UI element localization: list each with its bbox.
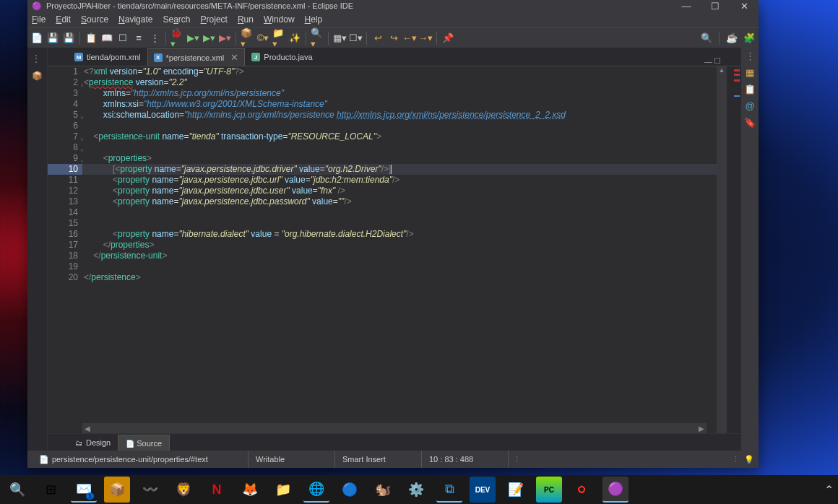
files-icon[interactable]: 📁 (270, 477, 296, 503)
java-icon: J (251, 53, 260, 61)
search-icon[interactable]: 🔍 (4, 477, 30, 503)
writable-status: Writable (256, 455, 285, 464)
opera-icon[interactable]: ⭘ (569, 477, 595, 503)
scroll-right-icon[interactable]: ▶ (696, 423, 707, 434)
tip-icon[interactable]: 💡 (744, 455, 754, 464)
bookmark-icon[interactable]: 🔖 (744, 117, 756, 128)
outline-icon[interactable]: ▦ (746, 67, 754, 78)
overview-ruler[interactable] (727, 66, 741, 433)
vscode-icon[interactable]: ⧉ (436, 477, 462, 503)
tool-2-icon[interactable]: 📖 (100, 32, 113, 45)
new-folder-icon[interactable]: 📁▾ (272, 32, 285, 45)
toggle-icon[interactable]: ☐▾ (349, 32, 362, 45)
task-view-icon[interactable]: ⊞ (38, 477, 64, 503)
eclipse-window: 🟣 ProyectoJPAHiber - tienda/src/main/res… (27, 0, 759, 468)
ext-run-icon[interactable]: ▶▾ (218, 32, 231, 45)
menu-navigate[interactable]: Navigate (118, 14, 152, 25)
netflix-icon[interactable]: N (204, 477, 230, 503)
title-bar[interactable]: 🟣 ProyectoJPAHiber - tienda/src/main/res… (27, 0, 759, 12)
line-ruler[interactable]: 1 ✕2⊖ 3 4 ✕5⊖ 6 7⊖ 8⊖ 9⊖ 10 11 12 13 14 … (48, 66, 82, 433)
app-3-icon[interactable]: ⚙️ (403, 477, 429, 503)
close-button[interactable]: ✕ (734, 1, 754, 12)
mail-icon[interactable]: ✉️1 (71, 477, 97, 503)
dbeaver-icon[interactable]: 🐿️ (370, 477, 396, 503)
error-mark[interactable] (734, 69, 740, 71)
file-icon: 📄 (39, 455, 49, 464)
tool-4-icon[interactable]: ≡ (132, 32, 145, 45)
menu-project[interactable]: Project (201, 14, 228, 25)
minimize-trim-icon[interactable]: ⋮ (746, 51, 755, 61)
breadcrumb[interactable]: persistence/persistence-unit/properties/… (52, 455, 208, 464)
perspective-debug-icon[interactable]: 🧩 (743, 32, 756, 45)
insert-mode: Smart Insert (342, 455, 386, 464)
tray-expand-icon[interactable]: ⌃ (824, 483, 834, 497)
menu-search[interactable]: Search (163, 14, 190, 25)
maximize-button[interactable]: ☐ (705, 1, 725, 12)
status-handle-icon[interactable]: ⋮ (513, 455, 521, 464)
minimize-editor-icon[interactable]: — (704, 57, 712, 66)
nav-fwd-alt-icon[interactable]: ↪ (387, 32, 400, 45)
tool-5-icon[interactable]: ⋮ (148, 32, 161, 45)
notepad-icon[interactable]: 📝 (503, 477, 529, 503)
save-all-icon[interactable]: 💾 (62, 32, 75, 45)
quick-access-icon[interactable]: 🔍 (700, 32, 713, 45)
brave-icon[interactable]: 🦁 (170, 477, 196, 503)
run-icon[interactable]: ▶▾ (186, 32, 199, 45)
nav-back-icon[interactable]: ←▾ (403, 32, 416, 45)
pycharm-icon[interactable]: PC (536, 477, 562, 503)
perspective-java-icon[interactable]: ☕ (725, 32, 738, 45)
error-mark[interactable] (734, 79, 740, 82)
horizontal-scrollbar[interactable]: ◀ ▶ (82, 423, 707, 433)
layout-icon[interactable]: ▦▾ (333, 32, 346, 45)
nav-fwd-icon[interactable]: →▾ (419, 32, 432, 45)
tree-icon: 🗂 (75, 439, 82, 446)
menu-source[interactable]: Source (81, 14, 108, 25)
nav-back-alt-icon[interactable]: ↩ (371, 32, 384, 45)
dev-icon[interactable]: DEV (470, 477, 496, 503)
design-tab[interactable]: 🗂 Design (68, 435, 118, 451)
tool-3-icon[interactable]: ☐ (116, 32, 129, 45)
save-icon[interactable]: 💾 (46, 32, 59, 45)
menu-help[interactable]: Help (305, 14, 323, 25)
eclipse-taskbar-icon[interactable]: 🟣 (602, 477, 628, 503)
task-list-icon[interactable]: 📋 (744, 84, 756, 95)
tab-producto-java[interactable]: J Producto.java (245, 48, 319, 66)
edge-icon[interactable]: 🔵 (337, 477, 363, 503)
source-tab[interactable]: 📄 Source (118, 435, 170, 451)
error-mark[interactable] (734, 74, 740, 76)
wizard-icon[interactable]: ✨ (288, 32, 301, 45)
menu-run[interactable]: Run (238, 14, 254, 25)
line-number: 7⊖ (48, 131, 82, 142)
new-class-icon[interactable]: ©▾ (256, 32, 269, 45)
tab-pom-xml[interactable]: M tienda/pom.xml (68, 48, 147, 66)
debug-icon[interactable]: 🐞▾ (170, 32, 183, 45)
coverage-icon[interactable]: ▶▾ (202, 32, 215, 45)
search-tool-icon[interactable]: 🔍▾ (311, 32, 324, 45)
minimize-button[interactable]: — (676, 1, 696, 12)
scroll-left-icon[interactable]: ◀ (82, 423, 92, 434)
tool-1-icon[interactable]: 📋 (85, 32, 98, 45)
maximize-editor-icon[interactable]: ☐ (714, 56, 721, 66)
help-icon[interactable]: @ (745, 100, 754, 111)
menu-window[interactable]: Window (264, 14, 295, 25)
chrome-icon[interactable]: 🌐 (303, 477, 329, 503)
menu-file[interactable]: File (32, 14, 46, 25)
scroll-up-icon[interactable]: ▲ (717, 66, 727, 74)
tab-persistence-xml[interactable]: X *persistence.xml ✕ (147, 48, 246, 66)
toolbar-separator (719, 32, 720, 45)
tab-close-icon[interactable]: ✕ (230, 52, 238, 63)
pin-icon[interactable]: 📌 (441, 32, 454, 45)
firefox-icon[interactable]: 🦊 (237, 477, 263, 503)
new-icon[interactable]: 📄 (30, 32, 43, 45)
vertical-scrollbar[interactable]: ▲ (717, 66, 727, 433)
package-explorer-icon[interactable]: 📦 (32, 71, 43, 82)
info-mark[interactable] (734, 95, 740, 97)
app-2-icon[interactable]: 〰️ (137, 477, 163, 503)
line-number: 4 (48, 99, 82, 110)
new-package-icon[interactable]: 📦▾ (241, 32, 254, 45)
restore-view-icon[interactable]: ⋮ (32, 53, 43, 65)
code-text-area[interactable]: <?xml version="1.0" encoding="UTF-8"?><p… (82, 66, 717, 433)
menu-edit[interactable]: Edit (56, 14, 71, 25)
app-1-icon[interactable]: 📦 (104, 477, 130, 503)
status-menu-icon[interactable]: ⋮ (732, 455, 740, 464)
